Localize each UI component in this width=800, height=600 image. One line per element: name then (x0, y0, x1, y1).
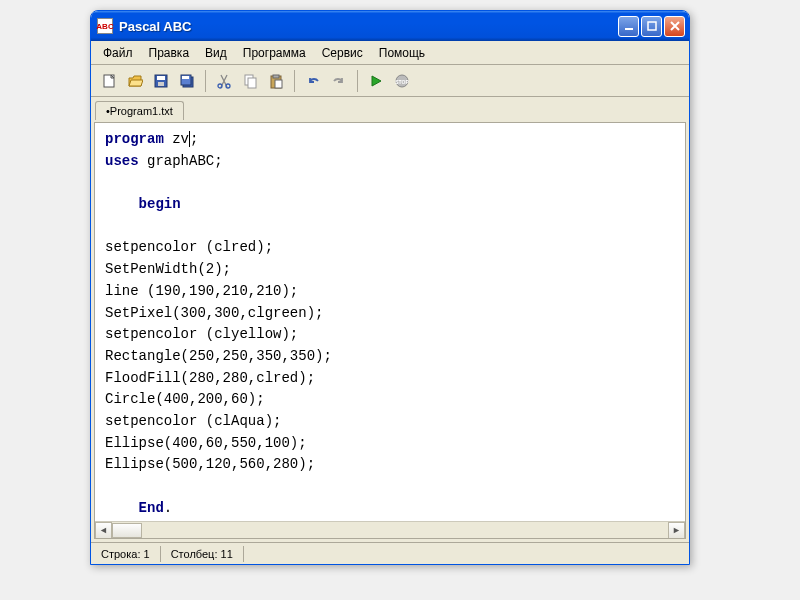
svg-rect-14 (273, 75, 279, 78)
svg-text:STOP: STOP (395, 79, 409, 85)
status-col-value: 11 (221, 548, 233, 560)
run-button[interactable] (364, 69, 388, 93)
menu-program[interactable]: Программа (235, 43, 314, 63)
scroll-thumb[interactable] (112, 523, 142, 538)
code-text: ; (190, 131, 198, 147)
code-text: graphABC; (139, 153, 223, 169)
menubar: Файл Правка Вид Программа Сервис Помощь (91, 41, 689, 65)
svg-rect-15 (275, 80, 282, 88)
tab-program1[interactable]: •Program1.txt (95, 101, 184, 120)
new-file-button[interactable] (97, 69, 121, 93)
code-text: Rectangle(250,250,350,350); (105, 348, 332, 364)
code-text: line (190,190,210,210); (105, 283, 298, 299)
tab-bar: •Program1.txt (91, 97, 689, 119)
close-icon (670, 21, 680, 31)
toolbar-separator (357, 70, 358, 92)
svg-rect-12 (248, 78, 256, 88)
redo-button[interactable] (327, 69, 351, 93)
code-text: SetPixel(300,300,clgreen); (105, 305, 323, 321)
svg-rect-5 (158, 82, 164, 86)
titlebar: ABC Pascal ABC (91, 11, 689, 41)
status-line: Строка: 1 (91, 546, 161, 562)
maximize-icon (647, 21, 657, 31)
status-line-label: Строка: (101, 548, 140, 560)
svg-point-10 (226, 84, 230, 88)
menu-help[interactable]: Помощь (371, 43, 433, 63)
copy-icon (242, 73, 258, 89)
code-text: setpencolor (clyellow); (105, 326, 298, 342)
open-button[interactable] (123, 69, 147, 93)
stop-button[interactable]: STOP (390, 69, 414, 93)
app-icon: ABC (97, 18, 113, 34)
toolbar: STOP (91, 65, 689, 97)
statusbar: Строка: 1 Столбец: 11 (91, 542, 689, 564)
toolbar-separator (205, 70, 206, 92)
editor-area: program zv; uses graphABC; begin setpenc… (91, 119, 689, 542)
status-col-label: Столбец: (171, 548, 218, 560)
paste-button[interactable] (264, 69, 288, 93)
run-icon (368, 73, 384, 89)
svg-rect-8 (182, 76, 189, 79)
save-all-icon (179, 73, 195, 89)
redo-icon (331, 73, 347, 89)
open-folder-icon (127, 73, 143, 89)
code-text: setpencolor (clred); (105, 239, 273, 255)
cut-button[interactable] (212, 69, 236, 93)
minimize-button[interactable] (618, 16, 639, 37)
tab-label: Program1.txt (110, 105, 173, 117)
svg-rect-4 (157, 76, 165, 80)
svg-rect-1 (648, 22, 656, 30)
close-button[interactable] (664, 16, 685, 37)
scroll-right-button[interactable]: ► (668, 522, 685, 539)
cut-icon (216, 73, 232, 89)
code-text: FloodFill(280,280,clred); (105, 370, 315, 386)
code-text: Ellipse(500,120,560,280); (105, 456, 315, 472)
menu-file[interactable]: Файл (95, 43, 141, 63)
toolbar-separator (294, 70, 295, 92)
code-text: Ellipse(400,60,550,100); (105, 435, 307, 451)
undo-icon (305, 73, 321, 89)
save-all-button[interactable] (175, 69, 199, 93)
undo-button[interactable] (301, 69, 325, 93)
copy-button[interactable] (238, 69, 262, 93)
menu-edit[interactable]: Правка (141, 43, 198, 63)
status-line-value: 1 (144, 548, 150, 560)
minimize-icon (624, 21, 634, 31)
svg-point-9 (218, 84, 222, 88)
code-editor[interactable]: program zv; uses graphABC; begin setpenc… (95, 123, 685, 521)
save-button[interactable] (149, 69, 173, 93)
window-title: Pascal ABC (119, 19, 618, 34)
new-file-icon (101, 73, 117, 89)
save-icon (153, 73, 169, 89)
horizontal-scrollbar[interactable]: ◄ ► (95, 521, 685, 538)
code-text: SetPenWidth(2); (105, 261, 231, 277)
code-text: setpencolor (clAqua); (105, 413, 281, 429)
kw-uses: uses (105, 153, 139, 169)
code-text: . (164, 500, 172, 516)
svg-rect-0 (625, 28, 633, 30)
code-text: zv (164, 131, 189, 147)
paste-icon (268, 73, 284, 89)
menu-view[interactable]: Вид (197, 43, 235, 63)
scroll-left-button[interactable]: ◄ (95, 522, 112, 539)
stop-icon: STOP (394, 73, 410, 89)
menu-service[interactable]: Сервис (314, 43, 371, 63)
maximize-button[interactable] (641, 16, 662, 37)
kw-end: End (105, 500, 164, 516)
kw-program: program (105, 131, 164, 147)
code-text: Circle(400,200,60); (105, 391, 265, 407)
app-window: ABC Pascal ABC Файл Правка Вид Программа… (90, 10, 690, 565)
kw-begin: begin (105, 196, 181, 212)
status-column: Столбец: 11 (161, 546, 244, 562)
